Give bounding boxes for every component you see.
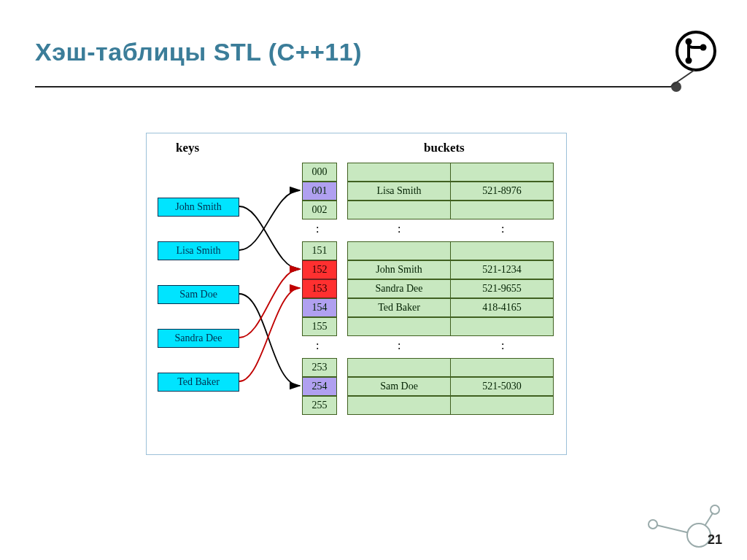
svg-point-0 [677,32,715,70]
svg-point-2 [686,58,692,64]
bucket-index: 154 [302,298,337,317]
bucket-row: Sam Doe521-5030 [347,377,554,396]
svg-point-3 [700,44,707,51]
bucket-row [347,201,554,219]
ellipsis: : [501,339,504,352]
hash-table-diagram: keys buckets John Smith Lisa Smith Sam D… [146,133,567,455]
svg-point-7 [649,520,657,529]
bucket-index: 001 [302,182,337,201]
keys-header: keys [176,141,199,155]
buckets-header: buckets [424,141,465,155]
bucket-index: 155 [302,317,337,336]
svg-line-4 [671,70,694,86]
ellipsis: : [316,222,319,236]
svg-point-1 [686,39,692,45]
key-sam-doe: Sam Doe [158,285,239,304]
svg-line-5 [653,524,699,535]
key-lisa-smith: Lisa Smith [158,241,239,260]
bucket-index: 002 [302,201,337,219]
bucket-row [347,241,554,260]
key-sandra-dee: Sandra Dee [158,329,239,348]
key-ted-baker: Ted Baker [158,373,239,392]
bucket-row: Sandra Dee521-9655 [347,279,554,298]
key-john-smith: John Smith [158,198,239,217]
ellipsis: : [398,222,400,236]
bucket-index: 152 [302,260,337,279]
ellipsis: : [398,339,400,352]
bucket-index: 153 [302,279,337,298]
title-rule [35,86,677,88]
bucket-row: John Smith521-1234 [347,260,554,279]
svg-point-8 [711,505,719,514]
page-number: 21 [705,532,725,547]
bucket-index: 255 [302,396,337,415]
bucket-row: Ted Baker418-4165 [347,298,554,317]
bucket-row: Lisa Smith521-8976 [347,182,554,201]
ellipsis: : [316,339,319,352]
bucket-index: 254 [302,377,337,396]
slide: Хэш-таблицы STL (C++11) keys buckets Joh… [0,0,747,560]
connector-line-icon [668,69,697,98]
slide-title: Хэш-таблицы STL (C++11) [35,38,362,66]
svg-line-6 [699,510,715,535]
bucket-row [347,358,554,377]
bucket-row [347,396,554,415]
bucket-index: 253 [302,358,337,377]
bucket-index: 000 [302,163,337,182]
bucket-row [347,163,554,182]
bucket-index: 151 [302,241,337,260]
bucket-row [347,317,554,336]
git-branch-icon [674,29,718,73]
ellipsis: : [501,222,504,236]
